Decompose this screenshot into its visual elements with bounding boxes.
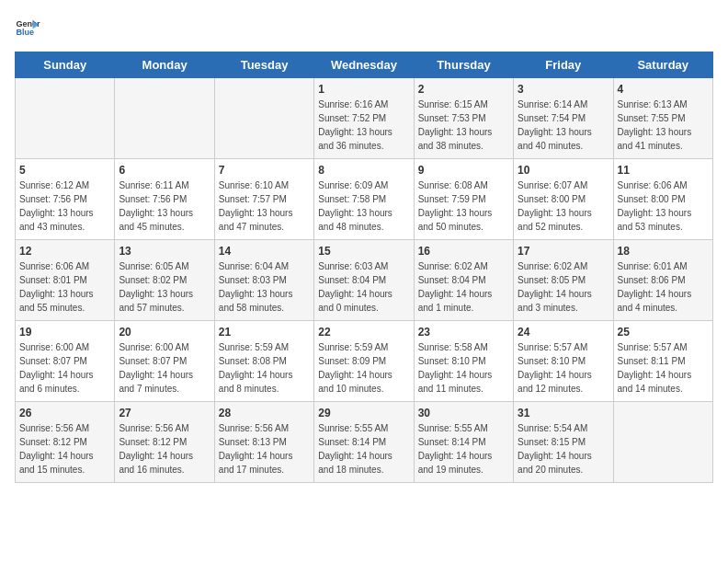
day-number: 8 — [318, 164, 409, 177]
calendar-cell: 25Sunrise: 5:57 AM Sunset: 8:11 PM Dayli… — [613, 321, 712, 402]
day-header-thursday: Thursday — [414, 52, 513, 78]
day-info: Sunrise: 6:14 AM Sunset: 7:54 PM Dayligh… — [518, 98, 609, 153]
day-number: 30 — [418, 407, 509, 419]
day-header-saturday: Saturday — [613, 52, 712, 78]
calendar-cell: 1Sunrise: 6:16 AM Sunset: 7:52 PM Daylig… — [314, 78, 414, 159]
week-row-3: 12Sunrise: 6:06 AM Sunset: 8:01 PM Dayli… — [16, 240, 713, 321]
day-header-sunday: Sunday — [16, 52, 115, 78]
calendar-cell: 17Sunrise: 6:02 AM Sunset: 8:05 PM Dayli… — [514, 240, 613, 321]
week-row-4: 19Sunrise: 6:00 AM Sunset: 8:07 PM Dayli… — [16, 321, 713, 402]
day-info: Sunrise: 6:02 AM Sunset: 8:05 PM Dayligh… — [518, 259, 609, 315]
day-info: Sunrise: 5:54 AM Sunset: 8:15 PM Dayligh… — [518, 421, 609, 477]
calendar-cell — [16, 78, 115, 159]
calendar-cell: 7Sunrise: 6:10 AM Sunset: 7:57 PM Daylig… — [214, 159, 313, 240]
calendar-cell: 22Sunrise: 5:59 AM Sunset: 8:09 PM Dayli… — [314, 321, 414, 402]
day-info: Sunrise: 5:59 AM Sunset: 8:09 PM Dayligh… — [318, 340, 409, 396]
calendar-cell: 4Sunrise: 6:13 AM Sunset: 7:55 PM Daylig… — [613, 78, 712, 159]
calendar-cell: 3Sunrise: 6:14 AM Sunset: 7:54 PM Daylig… — [514, 78, 613, 159]
calendar-cell: 16Sunrise: 6:02 AM Sunset: 8:04 PM Dayli… — [414, 240, 513, 321]
day-number: 10 — [518, 164, 609, 177]
logo-icon: General Blue — [15, 15, 40, 40]
calendar-cell: 26Sunrise: 5:56 AM Sunset: 8:12 PM Dayli… — [16, 402, 115, 483]
day-info: Sunrise: 6:11 AM Sunset: 7:56 PM Dayligh… — [119, 178, 210, 234]
day-number: 5 — [19, 164, 110, 177]
day-number: 7 — [219, 164, 310, 177]
day-info: Sunrise: 5:55 AM Sunset: 8:14 PM Dayligh… — [318, 421, 409, 477]
week-row-2: 5Sunrise: 6:12 AM Sunset: 7:56 PM Daylig… — [16, 159, 713, 240]
day-number: 19 — [19, 326, 110, 339]
day-info: Sunrise: 6:16 AM Sunset: 7:52 PM Dayligh… — [318, 98, 409, 153]
calendar-cell — [214, 78, 313, 159]
day-number: 2 — [418, 83, 509, 96]
calendar-cell: 27Sunrise: 5:56 AM Sunset: 8:12 PM Dayli… — [115, 402, 214, 483]
day-info: Sunrise: 5:56 AM Sunset: 8:13 PM Dayligh… — [219, 421, 310, 477]
day-info: Sunrise: 6:13 AM Sunset: 7:55 PM Dayligh… — [618, 98, 709, 153]
day-number: 23 — [418, 326, 509, 339]
day-info: Sunrise: 6:06 AM Sunset: 8:01 PM Dayligh… — [19, 259, 110, 315]
calendar-cell: 12Sunrise: 6:06 AM Sunset: 8:01 PM Dayli… — [16, 240, 115, 321]
day-header-monday: Monday — [115, 52, 214, 78]
day-info: Sunrise: 5:57 AM Sunset: 8:10 PM Dayligh… — [518, 340, 609, 396]
calendar-cell: 15Sunrise: 6:03 AM Sunset: 8:04 PM Dayli… — [314, 240, 414, 321]
day-info: Sunrise: 5:55 AM Sunset: 8:14 PM Dayligh… — [418, 421, 509, 477]
calendar-cell: 8Sunrise: 6:09 AM Sunset: 7:58 PM Daylig… — [314, 159, 414, 240]
calendar-cell: 21Sunrise: 5:59 AM Sunset: 8:08 PM Dayli… — [214, 321, 313, 402]
day-info: Sunrise: 6:08 AM Sunset: 7:59 PM Dayligh… — [418, 178, 509, 234]
calendar-cell: 5Sunrise: 6:12 AM Sunset: 7:56 PM Daylig… — [16, 159, 115, 240]
day-number: 20 — [119, 326, 210, 339]
calendar-cell: 24Sunrise: 5:57 AM Sunset: 8:10 PM Dayli… — [514, 321, 613, 402]
day-number: 14 — [219, 245, 310, 258]
day-info: Sunrise: 5:58 AM Sunset: 8:10 PM Dayligh… — [418, 340, 509, 396]
day-number: 22 — [318, 326, 409, 339]
day-info: Sunrise: 6:10 AM Sunset: 7:57 PM Dayligh… — [219, 178, 310, 234]
calendar-cell — [613, 402, 712, 483]
day-info: Sunrise: 6:07 AM Sunset: 8:00 PM Dayligh… — [518, 178, 609, 234]
day-header-wednesday: Wednesday — [314, 52, 414, 78]
day-info: Sunrise: 5:56 AM Sunset: 8:12 PM Dayligh… — [19, 421, 110, 477]
calendar-cell: 2Sunrise: 6:15 AM Sunset: 7:53 PM Daylig… — [414, 78, 513, 159]
day-header-friday: Friday — [514, 52, 613, 78]
day-info: Sunrise: 6:02 AM Sunset: 8:04 PM Dayligh… — [418, 259, 509, 315]
day-info: Sunrise: 6:12 AM Sunset: 7:56 PM Dayligh… — [19, 178, 110, 234]
day-info: Sunrise: 6:01 AM Sunset: 8:06 PM Dayligh… — [618, 259, 709, 315]
calendar-cell: 30Sunrise: 5:55 AM Sunset: 8:14 PM Dayli… — [414, 402, 513, 483]
day-info: Sunrise: 6:00 AM Sunset: 8:07 PM Dayligh… — [119, 340, 210, 396]
calendar-cell: 14Sunrise: 6:04 AM Sunset: 8:03 PM Dayli… — [214, 240, 313, 321]
day-number: 31 — [518, 407, 609, 419]
day-number: 16 — [418, 245, 509, 258]
day-info: Sunrise: 5:56 AM Sunset: 8:12 PM Dayligh… — [119, 421, 210, 477]
calendar-cell: 18Sunrise: 6:01 AM Sunset: 8:06 PM Dayli… — [613, 240, 712, 321]
day-number: 11 — [618, 164, 709, 177]
week-row-5: 26Sunrise: 5:56 AM Sunset: 8:12 PM Dayli… — [16, 402, 713, 483]
calendar-cell: 9Sunrise: 6:08 AM Sunset: 7:59 PM Daylig… — [414, 159, 513, 240]
calendar-cell — [115, 78, 214, 159]
day-number: 27 — [119, 407, 210, 419]
calendar-cell: 10Sunrise: 6:07 AM Sunset: 8:00 PM Dayli… — [514, 159, 613, 240]
day-info: Sunrise: 6:09 AM Sunset: 7:58 PM Dayligh… — [318, 178, 409, 234]
svg-text:Blue: Blue — [16, 28, 34, 37]
calendar-cell: 20Sunrise: 6:00 AM Sunset: 8:07 PM Dayli… — [115, 321, 214, 402]
day-number: 3 — [518, 83, 609, 96]
day-number: 1 — [318, 83, 409, 96]
calendar-cell: 28Sunrise: 5:56 AM Sunset: 8:13 PM Dayli… — [214, 402, 313, 483]
day-number: 17 — [518, 245, 609, 258]
calendar-cell: 6Sunrise: 6:11 AM Sunset: 7:56 PM Daylig… — [115, 159, 214, 240]
day-info: Sunrise: 6:15 AM Sunset: 7:53 PM Dayligh… — [418, 98, 509, 153]
logo: General Blue — [15, 15, 44, 40]
day-info: Sunrise: 6:00 AM Sunset: 8:07 PM Dayligh… — [19, 340, 110, 396]
calendar-cell: 19Sunrise: 6:00 AM Sunset: 8:07 PM Dayli… — [16, 321, 115, 402]
week-row-1: 1Sunrise: 6:16 AM Sunset: 7:52 PM Daylig… — [16, 78, 713, 159]
day-number: 21 — [219, 326, 310, 339]
day-number: 6 — [119, 164, 210, 177]
calendar-cell: 13Sunrise: 6:05 AM Sunset: 8:02 PM Dayli… — [115, 240, 214, 321]
calendar-cell: 23Sunrise: 5:58 AM Sunset: 8:10 PM Dayli… — [414, 321, 513, 402]
day-number: 29 — [318, 407, 409, 419]
day-number: 28 — [219, 407, 310, 419]
day-number: 24 — [518, 326, 609, 339]
day-number: 25 — [618, 326, 709, 339]
calendar-table: SundayMondayTuesdayWednesdayThursdayFrid… — [15, 52, 713, 483]
day-info: Sunrise: 6:04 AM Sunset: 8:03 PM Dayligh… — [219, 259, 310, 315]
day-number: 4 — [618, 83, 709, 96]
calendar-cell: 29Sunrise: 5:55 AM Sunset: 8:14 PM Dayli… — [314, 402, 414, 483]
day-number: 15 — [318, 245, 409, 258]
